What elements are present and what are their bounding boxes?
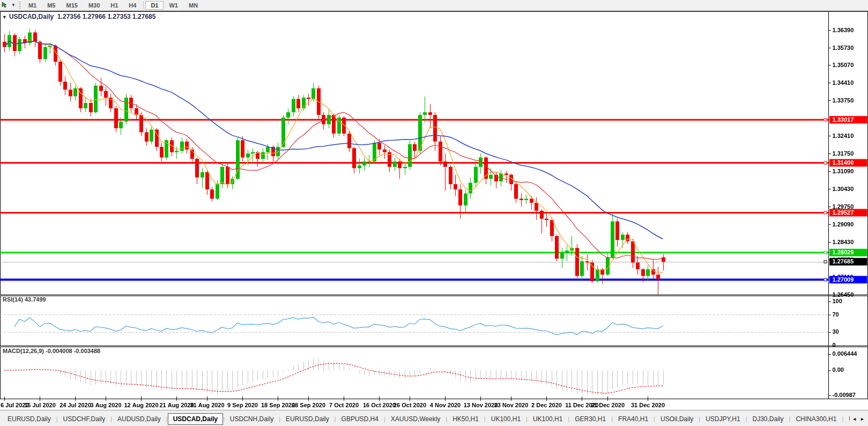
- tf-button-M1[interactable]: M1: [23, 1, 42, 10]
- tab-FRA40-H1[interactable]: FRA40,H1: [613, 413, 654, 425]
- timeframe-toolbar: ▼ M1M5M15M30H1H4D1W1MN: [0, 0, 868, 11]
- tf-button-MN[interactable]: MN: [183, 1, 203, 10]
- tab-scroll-left-icon[interactable]: ◄: [852, 416, 857, 422]
- chart-window: ▼USDCAD,Daily 1.27356 1.27966 1.27353 1.…: [0, 11, 868, 410]
- toolbar-grip-handle[interactable]: [19, 2, 21, 9]
- tab-GER30-H1[interactable]: GER30,H1: [569, 413, 611, 425]
- date-axis[interactable]: [0, 399, 828, 410]
- tab-scroll-right-icon[interactable]: ►: [860, 416, 865, 422]
- price-axis[interactable]: [828, 11, 868, 399]
- tab-USDCHF-Daily[interactable]: USDCHF,Daily: [58, 413, 111, 425]
- chart-cursor-icon[interactable]: [0, 2, 9, 9]
- tf-button-M5[interactable]: M5: [42, 1, 61, 10]
- tab-DJ30-Daily[interactable]: DJ30,Daily: [747, 413, 789, 425]
- tf-button-D1[interactable]: D1: [145, 1, 164, 10]
- tab-scroll-arrows: ◄ ►: [850, 410, 867, 426]
- chart-canvas[interactable]: [0, 11, 868, 410]
- tab-UK100-H1[interactable]: UK100,H1: [486, 413, 526, 425]
- tab-UK100-H1[interactable]: UK100,H1: [528, 413, 568, 425]
- tab-USDCNH-Daily[interactable]: USDCNH,Daily: [225, 413, 279, 425]
- tab-GBPUSD-H4[interactable]: GBPUSD,H4: [336, 413, 384, 425]
- tf-button-H4[interactable]: H4: [123, 1, 142, 10]
- tf-button-W1[interactable]: W1: [164, 1, 183, 10]
- tab-EURUSD-Daily[interactable]: EURUSD,Daily: [280, 413, 335, 425]
- tab-XAUUSD-Weekly[interactable]: XAUUSD,Weekly: [385, 413, 446, 425]
- tab-USOil-Daily[interactable]: USOil,Daily: [655, 413, 699, 425]
- tab-USDJPY-H1[interactable]: USDJPY,H1: [700, 413, 745, 425]
- tf-button-H1[interactable]: H1: [105, 1, 123, 10]
- tab-HK50-H1[interactable]: HK50,H1: [447, 413, 484, 425]
- toolbar-separator: [143, 1, 144, 9]
- tab-USDCAD-Daily[interactable]: USDCAD,Daily: [168, 413, 223, 425]
- tf-button-M15[interactable]: M15: [61, 1, 83, 10]
- tab-CHINA300-H1[interactable]: CHINA300,H1: [790, 413, 842, 425]
- chart-tab-bar: EURUSD,Daily|USDCHF,Daily|AUDUSD,Daily|U…: [0, 410, 868, 426]
- cursor-dropdown-caret-icon[interactable]: ▼: [9, 3, 18, 8]
- tab-EURUSD-Daily[interactable]: EURUSD,Daily: [2, 413, 56, 425]
- tf-button-M30[interactable]: M30: [83, 1, 105, 10]
- tab-AUDUSD-Daily[interactable]: AUDUSD,Daily: [112, 413, 166, 425]
